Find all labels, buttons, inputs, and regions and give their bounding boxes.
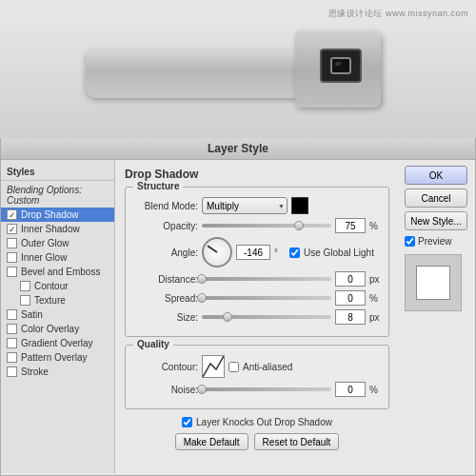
opacity-slider[interactable] — [202, 224, 331, 228]
gradient-overlay-checkbox[interactable] — [7, 338, 17, 348]
noise-input[interactable] — [335, 382, 366, 397]
device-handle — [295, 31, 381, 108]
bevel-emboss-label: Bevel and Emboss — [21, 267, 100, 277]
size-input[interactable] — [335, 309, 366, 325]
size-slider[interactable] — [202, 315, 331, 319]
structure-body: Blend Mode: Multiply Opacity: — [133, 197, 381, 325]
use-global-light-row: Use Global Light — [289, 248, 374, 258]
layer-knocks-checkbox[interactable] — [182, 417, 192, 427]
texture-label: Texture — [34, 295, 66, 306]
blending-options-label: Blending Options: Custom — [7, 185, 109, 206]
satin-label: Satin — [21, 309, 43, 320]
opacity-controls: % — [202, 218, 381, 233]
device-viewfinder — [320, 49, 362, 83]
blend-mode-row: Blend Mode: Multiply — [133, 197, 381, 214]
noise-slider[interactable] — [202, 387, 331, 391]
pattern-overlay-label: Pattern Overlay — [21, 352, 87, 363]
sidebar: Styles Blending Options: Custom ✓ Drop S… — [1, 160, 115, 473]
spread-input[interactable] — [335, 290, 366, 306]
contour-label: Contour: — [133, 362, 198, 372]
outer-glow-checkbox[interactable] — [7, 238, 17, 248]
sidebar-item-drop-shadow[interactable]: ✓ Drop Shadow — [1, 208, 114, 222]
use-global-light-checkbox[interactable] — [289, 248, 300, 258]
size-slider-thumb — [223, 312, 232, 322]
sidebar-item-inner-shadow[interactable]: ✓ Inner Shadow — [1, 222, 114, 236]
blend-mode-select[interactable]: Multiply — [202, 197, 288, 214]
noise-controls: % — [202, 382, 381, 397]
pattern-overlay-checkbox[interactable] — [7, 352, 17, 363]
spread-slider[interactable] — [202, 296, 331, 300]
structure-section: Structure Blend Mode: Multiply — [125, 187, 389, 337]
distance-unit: px — [369, 274, 381, 285]
distance-slider[interactable] — [202, 277, 331, 281]
new-style-button[interactable]: New Style... — [405, 211, 467, 230]
panel-title: Drop Shadow — [125, 168, 389, 181]
sidebar-item-texture[interactable]: Texture — [1, 293, 114, 307]
ok-button[interactable]: OK — [405, 166, 467, 185]
cancel-button[interactable]: Cancel — [405, 188, 467, 208]
inner-glow-checkbox[interactable] — [7, 252, 17, 263]
sidebar-item-bevel-emboss[interactable]: Bevel and Emboss — [1, 265, 114, 279]
sidebar-item-stroke[interactable]: Stroke — [1, 365, 114, 379]
reset-default-button[interactable]: Reset to Default — [254, 433, 340, 450]
angle-dial[interactable] — [202, 237, 232, 268]
make-default-button[interactable]: Make Default — [175, 433, 248, 450]
device-viewfinder-inner — [330, 57, 351, 74]
noise-label: Noise: — [133, 385, 198, 395]
opacity-unit: % — [369, 221, 381, 231]
contour-label: Contour — [34, 281, 69, 291]
top-image-area: 思缘设计论坛 www.missynan.com — [0, 0, 476, 138]
spread-slider-container — [202, 296, 331, 300]
anti-aliased-checkbox[interactable] — [228, 362, 239, 372]
inner-shadow-label: Inner Shadow — [21, 224, 80, 234]
contour-thumbnail[interactable] — [202, 355, 225, 378]
sidebar-item-outer-glow[interactable]: Outer Glow — [1, 236, 114, 250]
color-overlay-checkbox[interactable] — [7, 324, 17, 334]
inner-glow-label: Inner Glow — [21, 252, 67, 263]
sidebar-item-pattern-overlay[interactable]: Pattern Overlay — [1, 350, 114, 365]
stroke-checkbox[interactable] — [7, 367, 17, 377]
opacity-slider-container — [202, 224, 331, 228]
distance-slider-thumb — [197, 274, 207, 284]
size-slider-container — [202, 315, 331, 319]
noise-row: Noise: % — [133, 382, 381, 397]
color-overlay-label: Color Overlay — [21, 324, 79, 334]
sidebar-item-color-overlay[interactable]: Color Overlay — [1, 322, 114, 336]
right-panel: OK Cancel New Style... Preview — [399, 160, 475, 473]
bottom-buttons: Make Default Reset to Default — [125, 433, 389, 450]
angle-degree: ° — [274, 248, 286, 258]
angle-input[interactable] — [236, 245, 270, 260]
angle-controls: ° Use Global Light — [202, 237, 381, 268]
blend-mode-label: Blend Mode: — [133, 201, 198, 211]
bevel-emboss-checkbox[interactable] — [7, 267, 17, 277]
preview-box-inner — [416, 266, 450, 300]
drop-shadow-label: Drop Shadow — [21, 209, 79, 220]
size-unit: px — [369, 312, 381, 323]
distance-row: Distance: px — [133, 271, 381, 287]
contour-row: Contour: Anti-aliased — [133, 355, 381, 378]
sidebar-item-contour[interactable]: Contour — [1, 279, 114, 293]
satin-checkbox[interactable] — [7, 309, 17, 320]
inner-shadow-checkbox[interactable]: ✓ — [7, 224, 17, 234]
main-panel: Drop Shadow Structure Blend Mode: Multip… — [115, 160, 399, 473]
distance-input[interactable] — [335, 271, 366, 287]
spread-slider-thumb — [197, 293, 207, 303]
sidebar-item-inner-glow[interactable]: Inner Glow — [1, 250, 114, 265]
distance-label: Distance: — [133, 274, 198, 285]
drop-shadow-checkbox[interactable]: ✓ — [7, 209, 17, 220]
contour-checkbox[interactable] — [20, 281, 30, 291]
angle-label: Angle: — [133, 248, 198, 258]
blend-mode-color-swatch[interactable] — [291, 197, 308, 214]
sidebar-item-satin[interactable]: Satin — [1, 307, 114, 322]
anti-aliased-row: Anti-aliased — [228, 362, 292, 372]
use-global-light-label: Use Global Light — [304, 248, 374, 258]
distance-slider-container — [202, 277, 331, 281]
sidebar-item-blending-options[interactable]: Blending Options: Custom — [1, 183, 114, 208]
blend-mode-select-wrapper[interactable]: Multiply — [202, 197, 288, 214]
quality-body: Contour: Anti-aliased — [133, 355, 381, 397]
preview-checkbox[interactable] — [405, 236, 415, 247]
opacity-row: Opacity: % — [133, 218, 381, 233]
sidebar-item-gradient-overlay[interactable]: Gradient Overlay — [1, 336, 114, 350]
texture-checkbox[interactable] — [20, 295, 30, 306]
opacity-input[interactable] — [335, 218, 366, 233]
